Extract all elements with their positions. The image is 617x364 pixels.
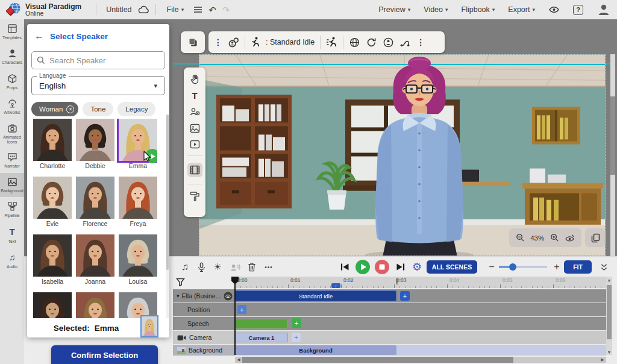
slider-thumb[interactable] <box>509 263 516 271</box>
paint-roller-icon[interactable] <box>190 191 200 201</box>
confirm-selection-button[interactable]: Confirm Selection <box>51 345 158 364</box>
zoom-in-icon[interactable] <box>550 233 559 242</box>
search-input[interactable] <box>49 56 160 65</box>
speaker-card-emma[interactable]: Emma <box>119 119 157 169</box>
speaker-photo[interactable] <box>119 234 157 277</box>
zoom-slider-minus-icon[interactable]: − <box>484 260 499 274</box>
canvas-scrollbar-thumb[interactable] <box>610 96 615 175</box>
copy-stage-button[interactable] <box>585 228 606 247</box>
speaker-card-debbie[interactable]: Debbie <box>76 119 114 169</box>
filter-funnel-icon[interactable] <box>176 278 185 286</box>
character-select-icon[interactable] <box>228 37 239 48</box>
text-tool-icon[interactable]: T <box>192 91 197 100</box>
speaker-photo[interactable] <box>33 292 72 318</box>
speaker-card-charlotte[interactable]: Charlotte <box>33 119 72 169</box>
speaker-photo[interactable] <box>76 234 114 277</box>
clip-camera-1[interactable]: Camera 1 <box>235 333 288 342</box>
speaker-card-joanna[interactable]: Joanna <box>76 234 114 285</box>
narration-icon[interactable] <box>228 260 242 274</box>
help-icon[interactable]: ? <box>573 5 583 15</box>
add-mic-icon[interactable] <box>194 260 208 274</box>
speaker-photo[interactable] <box>119 177 157 219</box>
timeline-settings-gear-icon[interactable]: ⚙ <box>410 260 424 274</box>
skip-end-icon[interactable] <box>393 260 407 274</box>
file-menu[interactable]: File▾ <box>167 5 184 14</box>
speaker-card-hidden-11[interactable] <box>119 292 157 318</box>
collapse-timeline-icon[interactable] <box>597 260 611 274</box>
scenes-tool-icon[interactable] <box>187 163 202 177</box>
fit-button[interactable]: FIT <box>564 260 592 274</box>
add-speech-button[interactable]: + <box>292 318 301 328</box>
add-animation-button[interactable]: + <box>400 291 410 301</box>
selected-speaker-thumbnail[interactable] <box>140 315 158 337</box>
flipbook-menu[interactable]: Flipbook▾ <box>462 5 495 14</box>
sidebar-item-narrator[interactable]: Narrator <box>0 148 24 172</box>
filter-chip-tone[interactable]: Tone <box>83 102 113 116</box>
speaker-search-field[interactable] <box>31 51 165 69</box>
sidebar-item-templates[interactable]: Templates <box>0 19 24 44</box>
sidebar-item-pipeline[interactable]: Pipeline <box>0 197 24 222</box>
language-select[interactable]: Language English ▾ <box>31 76 165 95</box>
skip-start-icon[interactable] <box>337 260 352 274</box>
redo-icon[interactable]: ↷ <box>222 5 230 14</box>
filter-chip-woman[interactable]: Woman× <box>31 102 78 116</box>
track-label-position[interactable]: Position <box>173 303 235 316</box>
all-scenes-button[interactable]: ALL SCENES <box>427 260 477 274</box>
more-actions-icon[interactable]: ••• <box>262 260 276 274</box>
delete-icon[interactable] <box>245 260 259 274</box>
export-menu[interactable]: Export▾ <box>508 5 535 14</box>
cloud-sync-icon[interactable] <box>138 5 149 14</box>
rotate-icon[interactable] <box>366 37 377 48</box>
speaker-card-florence[interactable]: Florence <box>76 177 114 227</box>
speaker-photo[interactable] <box>33 177 72 219</box>
sidebar-item-characters[interactable]: Characters <box>0 44 24 69</box>
sidebar-item-animated-icons[interactable]: Animated Icons <box>0 119 24 149</box>
character-tool-icon[interactable] <box>189 107 200 117</box>
clip-speech[interactable] <box>235 319 288 328</box>
clip-background[interactable]: Background <box>235 345 396 355</box>
image-tool-icon[interactable] <box>190 124 200 133</box>
idle-animation-icon[interactable] <box>251 37 260 48</box>
back-arrow-icon[interactable]: ← <box>34 31 44 41</box>
speaker-photo[interactable] <box>76 119 114 161</box>
filter-chip-legacy[interactable]: Legacy <box>117 102 155 116</box>
sidebar-item-background[interactable]: Background <box>0 173 24 197</box>
vscrollbar-thumb[interactable] <box>607 285 612 339</box>
speaker-photo[interactable] <box>33 234 72 277</box>
track-visibility-icon[interactable] <box>224 292 233 301</box>
stop-button[interactable] <box>374 259 390 275</box>
user-avatar[interactable] <box>597 2 611 17</box>
play-button[interactable] <box>354 259 371 275</box>
scroll-right-icon[interactable]: ▶ <box>600 357 605 363</box>
document-title[interactable]: Untitled <box>106 5 131 14</box>
timeline-ruler[interactable]: – 0:000:010:020:030:040:050:06 <box>235 277 606 288</box>
more-options-icon[interactable]: ⋮ <box>416 37 425 47</box>
playhead-line[interactable] <box>234 277 236 355</box>
speaker-card-isabella[interactable]: Isabella <box>33 234 72 285</box>
undo-icon[interactable]: ↶ <box>208 5 216 14</box>
scroll-down-icon[interactable]: ▼ <box>606 349 612 355</box>
timeline-hscrollbar[interactable]: ◀ ▶ <box>235 357 606 363</box>
hscrollbar-thumb[interactable] <box>242 357 513 363</box>
scroll-left-icon[interactable]: ◀ <box>236 357 241 363</box>
chevron-down-icon[interactable]: ▾ <box>177 293 180 299</box>
speaker-photo[interactable] <box>33 119 72 161</box>
speaker-photo[interactable] <box>119 292 157 318</box>
panel-scrollbar-thumb[interactable] <box>166 115 169 270</box>
speaker-card-evie[interactable]: Evie <box>33 177 72 227</box>
zoom-level-value[interactable]: 43% <box>530 234 544 242</box>
preview-menu[interactable]: Preview▾ <box>378 5 410 14</box>
hamburger-menu-icon[interactable] <box>193 6 202 13</box>
track-label-camera[interactable]: Camera <box>173 331 235 344</box>
pose-icon[interactable] <box>383 37 394 48</box>
timeline-vscrollbar[interactable]: ▲ ▼ <box>606 277 612 355</box>
video-stage[interactable] <box>199 54 606 256</box>
brightness-icon[interactable]: ☀ <box>210 260 225 274</box>
sidebar-item-props[interactable]: Props <box>0 69 24 94</box>
speaker-card-hidden-10[interactable] <box>76 292 114 318</box>
eye-icon[interactable] <box>548 5 560 14</box>
move-3d-icon[interactable] <box>349 37 360 48</box>
panel-scrollbar[interactable] <box>166 115 169 335</box>
hand-tool-icon[interactable] <box>190 74 200 84</box>
track-label-speech[interactable]: Speech <box>173 317 235 330</box>
